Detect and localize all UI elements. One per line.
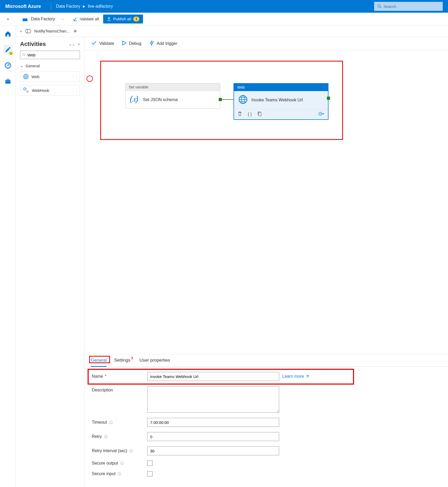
factory-icon <box>22 16 28 22</box>
rail-manage[interactable] <box>3 77 13 86</box>
breadcrumb-leaf[interactable]: live-adfactory <box>88 4 113 9</box>
debug-button[interactable]: Debug <box>122 41 141 46</box>
df-label: Data Factory <box>31 17 55 21</box>
node-type-label: Set variable <box>126 83 220 91</box>
description-input[interactable] <box>147 386 279 413</box>
left-icon-rail: 1 <box>0 25 16 487</box>
tab-general[interactable]: General <box>91 356 107 365</box>
retry-label: Retry <box>92 434 102 439</box>
activities-search[interactable] <box>20 51 80 59</box>
activity-item-label: Web <box>31 74 40 79</box>
divider <box>51 3 51 10</box>
publish-all-label: Publish all <box>113 17 131 21</box>
node-set-variable[interactable]: Set variable (𝑥) Set JSON schema <box>125 83 220 109</box>
chevron-down-icon: ⌄ <box>61 17 64 21</box>
svg-point-10 <box>26 29 28 33</box>
delete-icon[interactable] <box>238 111 242 117</box>
copy-icon[interactable] <box>258 111 262 117</box>
svg-text:(𝑥): (𝑥) <box>130 95 139 103</box>
node-web-activity[interactable]: Web Invoke Teams Webhook Url { } + <box>233 83 328 120</box>
globe-icon <box>23 74 29 79</box>
gauge-icon <box>4 62 11 69</box>
tab-label: Settings <box>114 358 130 363</box>
retry-input[interactable] <box>147 432 279 441</box>
info-icon[interactable]: ⓘ <box>130 449 133 453</box>
collapse-panel-icon[interactable]: « <box>78 42 80 46</box>
author-badge: 1 <box>9 52 13 55</box>
activities-search-input[interactable] <box>27 53 78 57</box>
node-title: Invoke Teams Webhook Url <box>251 97 303 103</box>
info-icon[interactable]: ⓘ <box>104 435 108 439</box>
description-label: Description <box>92 388 113 392</box>
svg-rect-9 <box>5 81 11 82</box>
rail-home[interactable] <box>3 29 13 39</box>
check-icon <box>91 41 97 46</box>
expand-all-icon[interactable]: ⌄⌄ <box>69 42 75 46</box>
secure-output-label: Secure output <box>92 461 118 465</box>
activity-item-webhook[interactable]: WebHook ⋮⋮ <box>20 85 80 96</box>
activity-item-web[interactable]: Web ⋮⋮ <box>20 71 80 82</box>
add-trigger-label: Add trigger <box>157 41 177 46</box>
required-indicator: * <box>105 374 106 379</box>
rail-monitor[interactable] <box>3 61 13 70</box>
timeout-input[interactable] <box>147 418 279 427</box>
connector-line <box>222 99 235 100</box>
connector-out[interactable] <box>327 97 330 100</box>
svg-line-12 <box>25 55 26 56</box>
svg-rect-23 <box>259 113 261 116</box>
upload-icon <box>107 17 111 21</box>
secure-output-checkbox[interactable] <box>147 461 152 466</box>
learn-more-link[interactable]: Learn more <box>282 374 309 379</box>
rail-author[interactable]: 1 <box>3 45 13 54</box>
activity-group-general[interactable]: ⌄ General <box>20 63 80 68</box>
canvas-toolbar: Validate Debug + Add trigger <box>84 37 448 50</box>
globe-icon <box>238 95 248 105</box>
data-factory-dropdown[interactable]: Data Factory ⌄ <box>22 16 64 22</box>
tab-settings[interactable]: Settings3 <box>114 356 132 365</box>
pipeline-canvas[interactable]: Set variable (𝑥) Set JSON schema ➤ Web <box>84 50 448 354</box>
add-output-icon[interactable]: + <box>318 111 324 117</box>
validate-all-button[interactable]: Validate all <box>73 17 99 21</box>
info-icon[interactable]: ⓘ <box>109 420 113 424</box>
global-search[interactable]: Search <box>374 2 443 11</box>
search-icon <box>22 53 26 57</box>
expand-rail-icon[interactable]: » <box>0 17 16 21</box>
name-label: Name <box>92 374 103 379</box>
pipeline-icon <box>25 29 32 34</box>
brand[interactable]: Microsoft Azure <box>5 4 41 9</box>
trigger-icon: + <box>149 40 154 47</box>
node-type-label: Web <box>234 84 328 91</box>
command-bar: » Data Factory ⌄ Validate all Publish al… <box>0 13 448 25</box>
secure-input-checkbox[interactable] <box>147 471 152 476</box>
debug-label: Debug <box>129 41 141 46</box>
activities-panel: Activities ⌄⌄ « ⌄ General <box>16 37 84 487</box>
info-icon[interactable]: ⓘ <box>118 472 121 476</box>
settings-badge: 3 <box>131 356 133 360</box>
tab-title: NotifiyTeamsChan... <box>34 29 70 33</box>
validate-button[interactable]: Validate <box>91 41 114 46</box>
breadcrumb-root[interactable]: Data Factory <box>56 4 80 9</box>
tabstrip-chevron-icon[interactable]: » <box>20 29 22 33</box>
webhook-icon <box>23 87 29 93</box>
unsaved-dot-icon <box>74 30 77 32</box>
retry-interval-label: Retry interval (sec) <box>92 448 127 453</box>
name-input[interactable] <box>147 372 279 381</box>
svg-text:+: + <box>320 112 321 115</box>
activity-item-label: WebHook <box>32 88 49 93</box>
play-icon <box>122 41 126 46</box>
braces-icon[interactable]: { } <box>248 112 252 117</box>
external-link-icon <box>306 375 309 378</box>
editor-tabstrip: » NotifiyTeamsChan... <box>16 25 448 37</box>
pipeline-tab[interactable]: NotifiyTeamsChan... <box>25 29 77 34</box>
tab-user-properties[interactable]: User properties <box>140 356 170 365</box>
info-icon[interactable]: ⓘ <box>120 461 124 465</box>
chevron-right-icon: ▶ <box>83 4 85 8</box>
publish-badge: 1 <box>133 17 139 21</box>
validate-label: Validate <box>99 41 114 46</box>
search-icon <box>377 4 382 8</box>
retry-interval-input[interactable] <box>147 446 279 455</box>
publish-all-button[interactable]: Publish all 1 <box>103 15 143 23</box>
add-trigger-button[interactable]: + Add trigger <box>149 40 177 47</box>
variable-icon: (𝑥) <box>130 95 139 105</box>
timeout-label: Timeout <box>92 420 107 424</box>
